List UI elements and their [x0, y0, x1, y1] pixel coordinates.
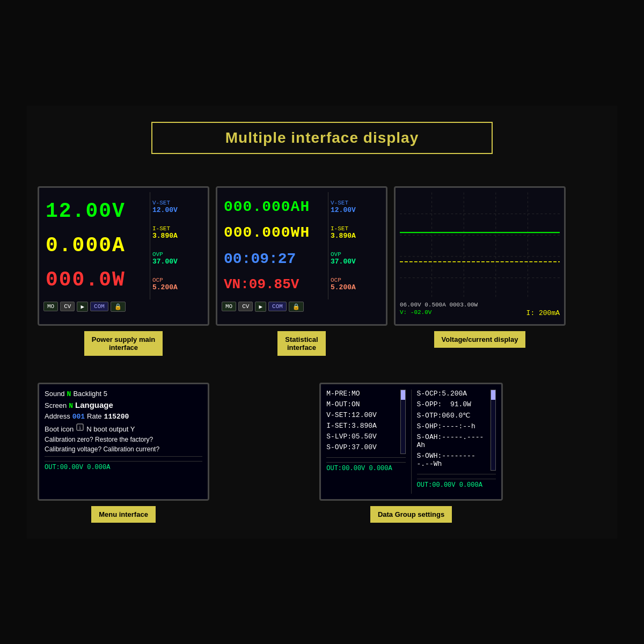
menu-booticon-label: Boot icon — [45, 425, 74, 433]
dg-left-line-1: M-PRE:MO — [326, 390, 397, 398]
menu-screen: Sound N Backlight 5 Screen N Language Ad… — [38, 383, 209, 501]
menu-address-val: 001 — [72, 413, 85, 421]
stat-ocp-value: 5.200A — [331, 283, 379, 291]
btn-lock[interactable]: 🔒 — [111, 302, 126, 312]
statistical-screen: 000.000AH 000.000WH 00:09:27 VN:09.85V V… — [216, 186, 387, 326]
iset-value: 3.890A — [152, 232, 201, 240]
stat-ovp-label: OVP — [331, 251, 379, 258]
data-group-label: Data Group settings — [370, 506, 452, 523]
dg-right-scrollbar[interactable] — [491, 390, 496, 471]
stat-btn-cv[interactable]: CV — [238, 302, 253, 311]
dg-right-bottom: OUT:00.00V 0.000A — [417, 479, 496, 489]
menu-calib2-label: Calibrating voltage? Calibration current… — [45, 445, 159, 453]
dg-right-line-4: S-OHP:----:--h — [417, 422, 487, 430]
menu-calib1-label: Calibration zero? Restore the factory? — [45, 436, 153, 443]
dg-right-panel: S-OCP:5.200A S-OPP: 91.0W S-OTP:060.0℃ S… — [412, 390, 496, 494]
stat-btn-lock[interactable]: 🔒 — [289, 302, 304, 312]
data-group-col: M-PRE:MO M-OUT:ON V-SET:12.00V I-SET:3.8… — [216, 383, 606, 523]
menu-calib-line1: Calibration zero? Restore the factory? — [45, 436, 202, 443]
btn-cv[interactable]: CV — [60, 302, 75, 311]
dg-left-line-2: M-OUT:ON — [326, 400, 397, 408]
dg-left-scrollbar[interactable] — [400, 390, 406, 454]
menu-screen-label: Screen — [45, 401, 67, 409]
dg-left-line-4: I-SET:3.890A — [326, 422, 397, 430]
menu-address-line: Address 001 Rate 115200 — [45, 412, 202, 421]
dg-left-bottom: OUT:00.00V 0.000A — [326, 462, 405, 472]
bottom-screens-row: Sound N Backlight 5 Screen N Language Ad… — [38, 383, 606, 523]
dg-left-line-3: V-SET:12.00V — [326, 411, 397, 419]
boot-icon: i — [76, 423, 84, 431]
power-supply-screen: 12.00V 0.000A 000.0W V-SET 12.00V I-SET … — [38, 186, 209, 326]
menu-screen-line: Screen N Language — [45, 400, 202, 410]
menu-sound-label: Sound — [45, 390, 65, 398]
power-supply-label: Power supply maininterface — [84, 331, 163, 356]
stat-iset-value: 3.890A — [331, 232, 379, 240]
stat-btn-mo[interactable]: MO — [222, 302, 236, 311]
dg-left-panel: M-PRE:MO M-OUT:ON V-SET:12.00V I-SET:3.8… — [326, 390, 411, 494]
graph-area — [400, 192, 560, 299]
stat-wh: 000.000WH — [224, 224, 326, 241]
dg-right-line-5: S-OAH:-----.----Ah — [417, 433, 487, 449]
stat-settings: V-SET 12.00V I-SET 3.890A OVP 37.00V O — [328, 192, 382, 299]
stat-btn-speaker[interactable]: ▶ — [255, 302, 266, 312]
stat-btn-com[interactable]: COM — [268, 302, 287, 311]
data-group-screen: M-PRE:MO M-OUT:ON V-SET:12.00V I-SET:3.8… — [319, 383, 502, 501]
btn-com[interactable]: COM — [90, 302, 108, 311]
menu-rate-val: 115200 — [104, 413, 129, 421]
stat-ah: 000.000AH — [224, 199, 326, 215]
title-box: Multiple interface display — [151, 122, 493, 154]
iset-label: I-SET — [152, 225, 201, 232]
psi-power: 000.0W — [46, 268, 148, 291]
menu-address-label: Address — [45, 412, 70, 420]
menu-col: Sound N Backlight 5 Screen N Language Ad… — [38, 383, 209, 523]
dg-right-scrollbar-thumb — [491, 390, 495, 400]
ocp-label: OCP — [152, 277, 201, 283]
stat-ocp-label: OCP — [331, 277, 379, 283]
vset-label: V-SET — [152, 200, 201, 206]
menu-bottom-bar: OUT:00.00V 0.000A — [45, 461, 202, 471]
menu-label: Menu interface — [91, 506, 156, 523]
statistical-label: Statisticalinterface — [277, 331, 325, 356]
dg-left-line-6: S-OVP:37.00V — [326, 443, 397, 451]
menu-booticon-line: Boot icon i N boot output Y — [45, 423, 202, 434]
power-supply-col: 12.00V 0.000A 000.0W V-SET 12.00V I-SET … — [38, 186, 209, 356]
graph-screen: 06.00V 0.500A 0003.00W V: -02.0V I: 200m… — [394, 186, 566, 326]
menu-backlight-label: Backlight 5 — [73, 390, 107, 398]
menu-booticon-val: N boot output Y — [86, 425, 135, 433]
graph-v-info: V: -02.0V — [400, 309, 431, 317]
stat-time: 00:09:27 — [224, 251, 326, 267]
psi-settings: V-SET 12.00V I-SET 3.890A OVP 37.00V O — [150, 192, 203, 299]
btn-speaker[interactable]: ▶ — [77, 302, 88, 312]
menu-screen-val: N — [69, 402, 73, 410]
dg-right-line-1: S-OCP:5.200A — [417, 390, 487, 398]
graph-label: Voltage/current display — [434, 331, 526, 348]
svg-text:i: i — [79, 426, 82, 431]
stat-ovp-value: 37.00V — [331, 258, 379, 266]
stat-vset-value: 12.00V — [331, 206, 379, 214]
graph-svg — [400, 192, 560, 299]
vset-value: 12.00V — [152, 206, 201, 214]
stat-iset-label: I-SET — [331, 225, 379, 232]
menu-sound-val: N — [67, 390, 71, 398]
page-title: Multiple interface display — [225, 129, 419, 147]
graph-top-values: 06.00V 0.500A 0003.00W — [400, 302, 478, 308]
dg-left-line-5: S-LVP:05.50V — [326, 433, 397, 441]
ovp-label: OVP — [152, 251, 201, 258]
stat-vn: VN:09.85V — [224, 276, 326, 292]
ovp-value: 37.00V — [152, 258, 201, 266]
graph-bottom-info: 06.00V 0.500A 0003.00W — [400, 302, 560, 308]
psi-bottom-bar: MO CV ▶ COM 🔒 — [43, 302, 203, 312]
psi-values: 12.00V 0.000A 000.0W — [43, 192, 150, 299]
psi-current: 0.000A — [46, 234, 148, 257]
ocp-value: 5.200A — [152, 283, 201, 291]
graph-col: 06.00V 0.500A 0003.00W V: -02.0V I: 200m… — [394, 186, 566, 356]
stat-values: 000.000AH 000.000WH 00:09:27 VN:09.85V — [222, 192, 328, 299]
stat-bottom-bar: MO CV ▶ COM 🔒 — [222, 302, 382, 312]
menu-sound-line: Sound N Backlight 5 — [45, 390, 202, 398]
main-container: Multiple interface display 12.00V 0.000A… — [27, 106, 617, 539]
dg-left-scrollbar-thumb — [401, 390, 405, 400]
psi-voltage: 12.00V — [46, 200, 148, 223]
dg-right-line-3: S-OTP:060.0℃ — [417, 411, 487, 420]
dg-right-line-2: S-OPP: 91.0W — [417, 400, 487, 408]
btn-mo[interactable]: MO — [43, 302, 58, 311]
